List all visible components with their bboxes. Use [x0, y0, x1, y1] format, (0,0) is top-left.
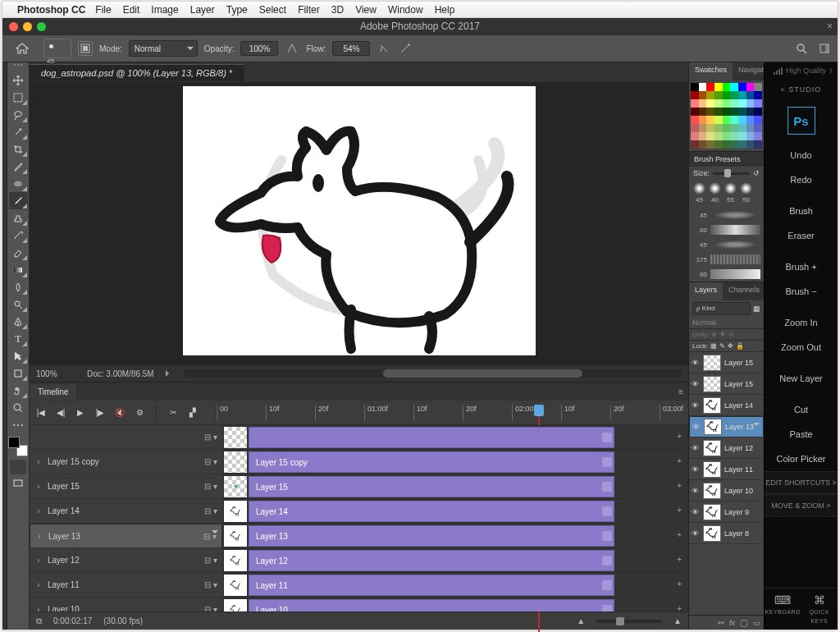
timeline-layer-row[interactable]: ›Layer 11⊟ ▾ [30, 573, 222, 598]
timeline-track[interactable]: Layer 13+ [222, 524, 688, 548]
add-keyframe-icon[interactable]: + [677, 604, 682, 611]
brush-preset[interactable]: 50 [740, 182, 752, 204]
add-keyframe-icon[interactable]: + [677, 481, 682, 490]
timeline-track[interactable]: Layer 12+ [222, 548, 688, 573]
timeline-track[interactable]: + [222, 425, 688, 450]
transition-icon[interactable]: ▞ [186, 406, 199, 419]
swatch[interactable] [691, 108, 699, 116]
photoshop-badge-icon[interactable]: Ps [788, 107, 815, 135]
timeline-clip[interactable]: Layer 13 [249, 525, 614, 547]
astropad-cut-button[interactable]: Cut [765, 397, 838, 422]
swatch[interactable] [691, 132, 699, 140]
swatch[interactable] [730, 91, 738, 99]
layers-tab[interactable]: Layers [689, 282, 723, 300]
timeline-zoom-slider[interactable] [596, 620, 662, 623]
path-select-tool-icon[interactable] [9, 347, 28, 364]
swatch[interactable] [723, 116, 731, 124]
astropad-brush-button[interactable]: Brush [765, 199, 838, 223]
track-options-icon[interactable]: ⊟ ▾ [204, 457, 217, 466]
app-name[interactable]: Photoshop CC [17, 4, 85, 16]
menu-view[interactable]: View [355, 4, 377, 16]
prev-frame-icon[interactable]: ◀| [54, 406, 67, 419]
swatch[interactable] [738, 140, 746, 149]
layer-row[interactable]: 👁Layer 15 [689, 373, 764, 395]
swatch[interactable] [738, 124, 746, 132]
brush-panel-toggle-icon[interactable] [78, 41, 93, 56]
flow-value[interactable]: 54% [332, 41, 370, 56]
swatch[interactable] [699, 132, 707, 140]
swatch[interactable] [738, 116, 746, 124]
zoom-level[interactable]: 100% [36, 369, 75, 378]
document-tab[interactable]: dog_astropad.psd @ 100% (Layer 13, RGB/8… [30, 64, 244, 81]
track-options-icon[interactable]: ⊟ ▾ [204, 482, 217, 491]
brush-preset[interactable]: 45 [693, 182, 705, 204]
layer-mask-icon[interactable]: ◯ [740, 619, 748, 627]
swatch[interactable] [714, 108, 723, 116]
layer-filter-kind[interactable]: ρ Kind [692, 302, 751, 315]
swatch[interactable] [730, 124, 738, 132]
swatch[interactable] [699, 116, 707, 124]
horizontal-scrollbar[interactable] [184, 369, 682, 378]
swatch[interactable] [706, 124, 714, 132]
brush-preset[interactable]: 40 [709, 182, 721, 204]
keyboard-button[interactable]: ⌨KEYBOARD [765, 588, 801, 630]
timeline-tab[interactable]: Timeline [30, 384, 76, 400]
swatch[interactable] [714, 91, 723, 99]
timeline-clip[interactable]: Layer 11 [249, 575, 614, 596]
timeline-clip[interactable]: Layer 14 [249, 501, 614, 522]
swatch[interactable] [730, 108, 738, 116]
eyedropper-tool-icon[interactable] [9, 158, 28, 175]
search-icon[interactable] [793, 40, 810, 57]
swatches-panel[interactable] [689, 80, 764, 151]
edit-shortcuts-section[interactable]: EDIT SHORTCUTS > [765, 471, 838, 494]
lock-all-icon[interactable]: 🔒 [736, 342, 744, 350]
first-frame-icon[interactable]: |◀ [34, 406, 48, 419]
swatch[interactable] [746, 99, 755, 108]
swatch[interactable] [691, 124, 699, 132]
mac-menubar[interactable]: Photoshop CC File Edit Image Layer Type … [2, 2, 838, 18]
edit-toolbar-icon[interactable]: ⋯ [9, 416, 28, 433]
swatch[interactable] [730, 140, 738, 149]
tablet-pressure-icon[interactable] [398, 41, 413, 56]
swatch[interactable] [714, 83, 723, 91]
swatch[interactable] [723, 99, 731, 108]
add-keyframe-icon[interactable]: + [677, 506, 682, 515]
timeline-settings-icon[interactable]: ⚙ [133, 406, 146, 419]
visibility-icon[interactable]: 👁 [692, 444, 700, 452]
type-tool-icon[interactable]: T [9, 330, 28, 347]
add-keyframe-icon[interactable]: + [677, 555, 682, 564]
timeline-clip[interactable]: Layer 15 copy [249, 451, 614, 473]
brush-size-slider[interactable] [713, 172, 750, 175]
visibility-icon[interactable]: 👁 [692, 508, 700, 516]
swatch[interactable] [699, 99, 707, 108]
healing-tool-icon[interactable] [9, 175, 28, 192]
astropad-zoom-out-button[interactable]: Zoom Out [765, 335, 838, 360]
swatch[interactable] [691, 83, 699, 91]
timeline-layer-row[interactable]: ›Layer 14⊟ ▾ [30, 499, 222, 524]
timeline-ruler[interactable]: 0010f20f01:00f10f20f02:00f10f20f03:00f [216, 405, 683, 421]
lasso-tool-icon[interactable] [9, 106, 28, 123]
lock-trans-icon[interactable]: ▦ [710, 342, 717, 350]
brush-reset-icon[interactable]: ↺ [753, 169, 760, 177]
visibility-icon[interactable]: 👁 [692, 529, 700, 538]
menu-filter[interactable]: Filter [298, 4, 320, 16]
swatch[interactable] [754, 124, 762, 132]
swatch[interactable] [714, 132, 723, 140]
timeline-layer-row[interactable]: ›Layer 13⊟ ▾ [30, 524, 222, 548]
menu-layer[interactable]: Layer [190, 4, 215, 16]
timeline-clip[interactable]: Layer 12 [249, 550, 614, 571]
swatch[interactable] [746, 124, 755, 132]
airbrush-icon[interactable] [377, 41, 391, 56]
swatch[interactable] [691, 99, 699, 108]
chevron-right-icon[interactable]: › [34, 506, 43, 515]
timeline-tracks[interactable]: +Layer 15 copy+▾Layer 15+Layer 14+Layer … [222, 425, 688, 611]
layer-row[interactable]: 👁Layer 10 [689, 480, 764, 501]
move-tool-icon[interactable] [9, 71, 28, 89]
doc-info[interactable]: Doc: 3.00M/86.5M [87, 369, 154, 378]
play-icon[interactable]: ▶ [74, 406, 87, 419]
swatch[interactable] [746, 132, 755, 140]
swatch[interactable] [706, 116, 714, 124]
swatch[interactable] [754, 99, 762, 108]
canvas-area[interactable] [30, 82, 688, 365]
menu-type[interactable]: Type [226, 4, 248, 16]
